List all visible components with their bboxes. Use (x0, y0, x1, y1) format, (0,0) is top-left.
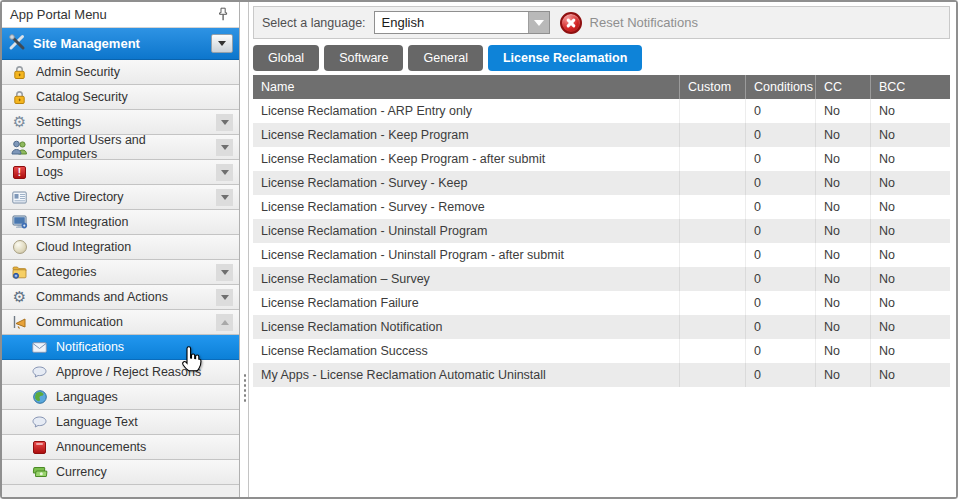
language-select[interactable]: English (374, 11, 550, 34)
table-row[interactable]: License Reclamation Failure0NoNo (253, 291, 950, 315)
error-box-icon: ! (10, 164, 29, 181)
column-header-conditions[interactable]: Conditions (745, 75, 815, 99)
sidebar-item-admin-security[interactable]: Admin Security (2, 60, 239, 85)
sidebar-item-announcements[interactable]: Announcements (2, 435, 239, 460)
sidebar-item-active-directory[interactable]: Active Directory (2, 185, 239, 210)
table-row[interactable]: License Reclamation - Keep Program - aft… (253, 147, 950, 171)
cell-cc: No (815, 99, 870, 123)
collapse-arrow-button[interactable] (211, 34, 233, 53)
red-x-icon (560, 12, 582, 34)
chevron-up-icon (221, 320, 229, 325)
cell-custom (679, 123, 745, 147)
tab-global[interactable]: Global (253, 45, 319, 71)
cell-conditions: 0 (745, 243, 815, 267)
sidebar-item-label: Admin Security (36, 65, 120, 79)
cell-name: License Reclamation – Survey (253, 267, 679, 291)
sidebar-item-notifications[interactable]: Notifications (2, 335, 239, 360)
table-row[interactable]: License Reclamation - Survey - Remove0No… (253, 195, 950, 219)
sidebar-item-label: Settings (36, 115, 81, 129)
column-header-name[interactable]: Name (253, 75, 679, 99)
cell-bcc: No (870, 315, 950, 339)
cell-name: License Reclamation - Survey - Keep (253, 171, 679, 195)
sidebar-item-settings[interactable]: ⚙ Settings (2, 110, 239, 135)
table-row[interactable]: License Reclamation Notification0NoNo (253, 315, 950, 339)
cell-cc: No (815, 195, 870, 219)
cell-conditions: 0 (745, 219, 815, 243)
tab-software[interactable]: Software (324, 45, 403, 71)
expand-arrow-button[interactable] (216, 114, 233, 131)
cell-custom (679, 171, 745, 195)
table-row[interactable]: License Reclamation - Keep Program0NoNo (253, 123, 950, 147)
table-row[interactable]: My Apps - License Reclamation Automatic … (253, 363, 950, 387)
cell-cc: No (815, 123, 870, 147)
sidebar-item-label: Logs (36, 165, 63, 179)
expand-arrow-button[interactable] (216, 264, 233, 281)
sidebar-item-currency[interactable]: Currency (2, 460, 239, 485)
sidebar-item-cloud-integration[interactable]: Cloud Integration (2, 235, 239, 260)
envelope-icon (30, 339, 49, 356)
gear-icon: ⚙ (10, 114, 29, 131)
cell-cc: No (815, 219, 870, 243)
tab-general[interactable]: General (408, 45, 482, 71)
chevron-down-icon (221, 120, 229, 125)
table-row[interactable]: License Reclamation - Survey - Keep0NoNo (253, 171, 950, 195)
cell-cc: No (815, 243, 870, 267)
column-header-custom[interactable]: Custom (679, 75, 745, 99)
reset-notifications-button[interactable]: Reset Notifications (560, 12, 698, 34)
table-row[interactable]: License Reclamation Success0NoNo (253, 339, 950, 363)
cell-conditions: 0 (745, 339, 815, 363)
sidebar-item-label: Categories (36, 265, 96, 279)
sidebar: App Portal Menu Site Management (2, 2, 240, 497)
table-row[interactable]: License Reclamation - ARP Entry only0NoN… (253, 99, 950, 123)
cell-name: License Reclamation Notification (253, 315, 679, 339)
column-header-cc[interactable]: CC (815, 75, 870, 99)
reset-notifications-label: Reset Notifications (590, 15, 698, 30)
cell-cc: No (815, 291, 870, 315)
sidebar-item-languages[interactable]: Languages (2, 385, 239, 410)
sidebar-item-imported-users-and-computers[interactable]: Imported Users and Computers (2, 135, 239, 160)
sidebar-item-catalog-security[interactable]: Catalog Security (2, 85, 239, 110)
cell-custom (679, 315, 745, 339)
expand-arrow-button[interactable] (216, 189, 233, 206)
sidebar-item-communication[interactable]: Communication (2, 310, 239, 335)
column-header-bcc[interactable]: BCC (870, 75, 950, 99)
lock-icon (10, 64, 29, 81)
sidebar-item-itsm-integration[interactable]: ITSM Integration (2, 210, 239, 235)
cell-bcc: No (870, 363, 950, 387)
sidebar-item-label: Announcements (56, 440, 146, 454)
monitor-gear-icon (10, 214, 29, 231)
expand-arrow-button[interactable] (216, 164, 233, 181)
splitter-grip[interactable] (243, 373, 247, 403)
expand-arrow-button[interactable] (216, 139, 233, 156)
sidebar-item-commands-and-actions[interactable]: ⚙ Commands and Actions (2, 285, 239, 310)
sidebar-item-approve-reject-reasons[interactable]: Approve / Reject Reasons (2, 360, 239, 385)
cell-bcc: No (870, 99, 950, 123)
cell-conditions: 0 (745, 195, 815, 219)
table-row[interactable]: License Reclamation - Uninstall Program0… (253, 219, 950, 243)
folder-gear-icon (10, 264, 29, 281)
notification-tabs: Global Software General License Reclamat… (253, 45, 642, 71)
table-row[interactable]: License Reclamation – Survey0NoNo (253, 267, 950, 291)
collapse-arrow-button[interactable] (216, 314, 233, 331)
tab-license-reclamation[interactable]: License Reclamation (488, 45, 642, 71)
sidebar-item-site-management[interactable]: Site Management (2, 28, 239, 60)
expand-arrow-button[interactable] (216, 289, 233, 306)
cell-custom (679, 363, 745, 387)
sidebar-item-language-text[interactable]: Language Text (2, 410, 239, 435)
cell-custom (679, 147, 745, 171)
cell-bcc: No (870, 195, 950, 219)
cell-name: License Reclamation Failure (253, 291, 679, 315)
sidebar-item-label: ITSM Integration (36, 215, 128, 229)
sidebar-item-logs[interactable]: ! Logs (2, 160, 239, 185)
sidebar-item-categories[interactable]: Categories (2, 260, 239, 285)
cell-conditions: 0 (745, 315, 815, 339)
pin-button[interactable] (215, 7, 231, 23)
sphere-icon (10, 239, 29, 256)
sidebar-item-label: Imported Users and Computers (36, 133, 209, 161)
chevron-down-icon (221, 195, 229, 200)
combo-arrow-button[interactable] (528, 12, 549, 33)
announcement-icon (30, 439, 49, 456)
sidebar-item-label: Currency (56, 465, 107, 479)
cell-cc: No (815, 339, 870, 363)
table-row[interactable]: License Reclamation - Uninstall Program … (253, 243, 950, 267)
